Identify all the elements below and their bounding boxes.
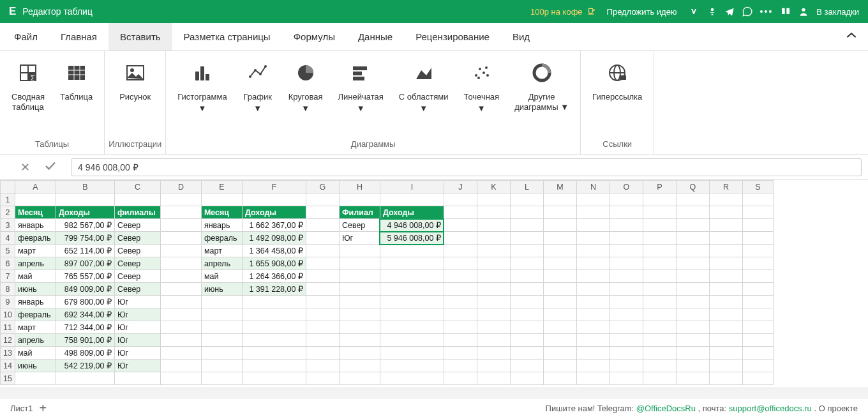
cell-F12[interactable] <box>242 334 306 347</box>
cell-E6[interactable]: апрель <box>201 257 242 270</box>
cell-S11[interactable] <box>742 321 773 334</box>
col-header-corner[interactable] <box>1 181 15 193</box>
cell-I10[interactable] <box>380 308 444 321</box>
formula-input[interactable] <box>71 158 862 176</box>
col-header-A[interactable]: A <box>15 181 56 193</box>
cell-F6[interactable]: 1 655 908,00 ₽ <box>242 257 306 270</box>
cell-M6[interactable] <box>543 257 576 270</box>
cell-H11[interactable] <box>339 321 380 334</box>
cell-R4[interactable] <box>709 232 742 245</box>
cell-O4[interactable] <box>610 232 643 245</box>
menu-файл[interactable]: Файл <box>3 23 49 50</box>
cell-L8[interactable] <box>510 283 543 296</box>
cell-D1[interactable] <box>160 193 201 206</box>
cell-M7[interactable] <box>543 270 576 283</box>
cell-G2[interactable] <box>306 206 339 219</box>
cell-N11[interactable] <box>576 321 610 334</box>
cell-L9[interactable] <box>510 296 543 308</box>
cell-D13[interactable] <box>160 347 201 360</box>
cell-A3[interactable]: январь <box>15 219 56 232</box>
cell-R1[interactable] <box>709 193 742 206</box>
cell-I14[interactable] <box>380 360 444 372</box>
menu-вставить[interactable]: Вставить <box>108 23 172 50</box>
cell-P3[interactable] <box>643 219 676 232</box>
cell-P9[interactable] <box>643 296 676 308</box>
cell-B7[interactable]: 765 557,00 ₽ <box>56 270 114 283</box>
cell-D2[interactable] <box>160 206 201 219</box>
cell-S15[interactable] <box>742 372 773 385</box>
cell-N2[interactable] <box>576 206 610 219</box>
cell-K11[interactable] <box>477 321 510 334</box>
cell-L10[interactable] <box>510 308 543 321</box>
cell-K15[interactable] <box>477 372 510 385</box>
cell-E2[interactable]: Месяц <box>201 206 242 219</box>
cell-M4[interactable] <box>543 232 576 245</box>
row-header[interactable]: 7 <box>1 270 15 283</box>
cell-E10[interactable] <box>201 308 242 321</box>
cell-P8[interactable] <box>643 283 676 296</box>
cell-H15[interactable] <box>339 372 380 385</box>
cell-D7[interactable] <box>160 270 201 283</box>
cell-A6[interactable]: апрель <box>15 257 56 270</box>
row-header[interactable]: 8 <box>1 283 15 296</box>
cell-O7[interactable] <box>610 270 643 283</box>
suggest-idea-link[interactable]: Предложить идею <box>607 7 677 17</box>
cell-H6[interactable] <box>339 257 380 270</box>
ribbon-line-button[interactable]: График▼ <box>235 57 281 134</box>
cell-N6[interactable] <box>576 257 610 270</box>
cell-O1[interactable] <box>610 193 643 206</box>
book-icon[interactable] <box>781 6 791 17</box>
col-header-L[interactable]: L <box>510 181 543 193</box>
add-sheet-button[interactable]: + <box>39 401 47 416</box>
cell-O2[interactable] <box>610 206 643 219</box>
cell-F1[interactable] <box>242 193 306 206</box>
cell-J6[interactable] <box>444 257 477 270</box>
cell-C3[interactable]: Север <box>114 219 160 232</box>
cell-G5[interactable] <box>306 245 339 257</box>
cell-N10[interactable] <box>576 308 610 321</box>
ribbon-pivot-button[interactable]: ΣСводнаятаблица <box>4 57 52 134</box>
cell-J5[interactable] <box>444 245 477 257</box>
ribbon-pie-button[interactable]: Круговая▼ <box>281 57 331 134</box>
cell-H10[interactable] <box>339 308 380 321</box>
cell-I9[interactable] <box>380 296 444 308</box>
cell-O10[interactable] <box>610 308 643 321</box>
cell-J11[interactable] <box>444 321 477 334</box>
col-header-M[interactable]: M <box>543 181 576 193</box>
cell-M5[interactable] <box>543 245 576 257</box>
cell-H9[interactable] <box>339 296 380 308</box>
cell-K13[interactable] <box>477 347 510 360</box>
cell-M2[interactable] <box>543 206 576 219</box>
cell-Q3[interactable] <box>676 219 709 232</box>
cell-Q7[interactable] <box>676 270 709 283</box>
cell-L14[interactable] <box>510 360 543 372</box>
cell-E7[interactable]: май <box>201 270 242 283</box>
cell-M3[interactable] <box>543 219 576 232</box>
cancel-formula-icon[interactable]: ✕ <box>20 160 30 174</box>
cell-L4[interactable] <box>510 232 543 245</box>
col-header-P[interactable]: P <box>643 181 676 193</box>
cell-A7[interactable]: май <box>15 270 56 283</box>
cell-K10[interactable] <box>477 308 510 321</box>
cell-K8[interactable] <box>477 283 510 296</box>
cell-S3[interactable] <box>742 219 773 232</box>
cell-G3[interactable] <box>306 219 339 232</box>
cell-N15[interactable] <box>576 372 610 385</box>
cell-H5[interactable] <box>339 245 380 257</box>
cell-B9[interactable]: 679 800,00 ₽ <box>56 296 114 308</box>
cell-E14[interactable] <box>201 360 242 372</box>
cell-M12[interactable] <box>543 334 576 347</box>
cell-D15[interactable] <box>160 372 201 385</box>
cell-R13[interactable] <box>709 347 742 360</box>
cell-N14[interactable] <box>576 360 610 372</box>
cell-R11[interactable] <box>709 321 742 334</box>
cell-S10[interactable] <box>742 308 773 321</box>
col-header-Q[interactable]: Q <box>676 181 709 193</box>
cell-I15[interactable] <box>380 372 444 385</box>
cell-J13[interactable] <box>444 347 477 360</box>
col-header-I[interactable]: I <box>380 181 444 193</box>
cell-G10[interactable] <box>306 308 339 321</box>
cell-H14[interactable] <box>339 360 380 372</box>
cell-K6[interactable] <box>477 257 510 270</box>
cell-H1[interactable] <box>339 193 380 206</box>
